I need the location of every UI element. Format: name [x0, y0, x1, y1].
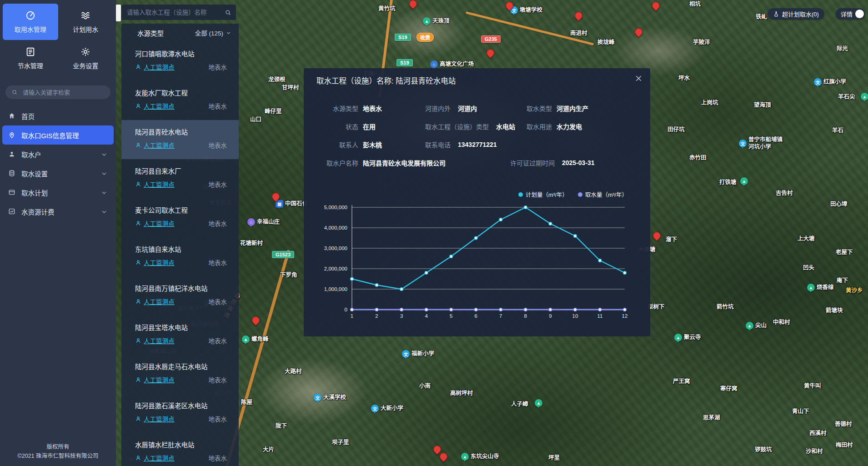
home-icon	[8, 112, 15, 120]
map-poi[interactable]: ▲东坑尖山寺	[461, 453, 499, 461]
red-map-pin-icon[interactable]	[651, 230, 662, 241]
red-map-pin-icon[interactable]	[573, 10, 584, 21]
map-poi[interactable]: ⌂高塘文化广场	[430, 60, 474, 68]
map-label: 羊石尖	[838, 94, 855, 101]
sidebar-item-4[interactable]: 取水设置	[0, 164, 116, 183]
sidebar-item-6[interactable]: 水资源计费	[0, 202, 116, 221]
sidebar-item-3[interactable]: 取水户	[0, 145, 116, 164]
toggle-knob[interactable]	[855, 10, 864, 18]
map-poi-label: 大溪学校	[323, 394, 346, 401]
monitor-point-link[interactable]: 人工监测点	[144, 101, 175, 110]
module-1[interactable]: 取用水管理	[3, 4, 58, 40]
station-list-item[interactable]: 陆河县宝塔水电站人工监测点地表水	[121, 316, 239, 355]
field-label: 许可证过期时间	[500, 158, 555, 167]
legend-item[interactable]: 取水量（m³/年）	[578, 190, 627, 199]
red-map-pin-icon[interactable]	[485, 47, 496, 58]
map-poi[interactable]: 文墩塘学校	[510, 6, 542, 14]
map-poi[interactable]: ▲聚云寺	[674, 334, 701, 341]
map-poi[interactable]: ▲烧香缐	[807, 284, 834, 291]
chart-plot-area: 01,000,0002,000,0003,000,0004,000,0005,0…	[313, 202, 632, 327]
red-map-pin-icon[interactable]	[407, 0, 418, 10]
map-poi-label: 普宁市船埔镇 河坑小学	[748, 136, 783, 150]
map-label: 打铁塘	[719, 179, 737, 186]
monitor-point-link[interactable]: 人工监测点	[144, 180, 175, 189]
red-map-pin-icon[interactable]	[438, 451, 449, 462]
sidebar-item-5[interactable]: 取水计划	[0, 183, 116, 202]
over-plan-intake-button[interactable]: 超计划取水(0)	[768, 8, 824, 20]
monitor-point-link[interactable]: 人工监测点	[144, 336, 175, 345]
sidebar-menu: 首页取水口GIS信息管理取水户取水设置取水计划水资源计费	[0, 106, 116, 221]
field-value: 地表水	[363, 104, 382, 113]
map-poi-label: 螺角峰	[251, 336, 269, 343]
monitor-point-link[interactable]: 人工监测点	[144, 453, 175, 462]
monitor-point-link[interactable]: 人工监测点	[144, 140, 175, 150]
person-icon	[135, 337, 141, 344]
map-poi[interactable]: 文红旗小学	[814, 78, 846, 86]
map-poi[interactable]: 文福新小学	[402, 350, 434, 358]
map-poi[interactable]: ▲	[740, 177, 748, 185]
station-name: 水唇镇水栏肚水电站	[135, 440, 227, 449]
station-list-item[interactable]: 陆河县自来水厂人工监测点地表水	[121, 159, 239, 198]
sidebar-search-input[interactable]	[22, 89, 105, 96]
map-poi[interactable]: 文大新小学	[371, 405, 403, 412]
monitor-point-link[interactable]: 人工监测点	[144, 375, 175, 384]
source-type-filter: 水源类型 全部 (125)	[121, 24, 239, 42]
map-poi[interactable]: 文普宁市船埔镇 河坑小学	[739, 136, 783, 150]
station-list-item[interactable]: 河口镇唱歌潭水电站人工监测点地表水	[121, 42, 239, 81]
station-search[interactable]	[121, 5, 236, 20]
map-poi[interactable]: ▥中国石化	[276, 200, 308, 208]
sidebar-search[interactable]	[5, 85, 110, 99]
map-poi[interactable]: ▲	[861, 93, 868, 100]
field-row: 状态在用取水工程（设施）类型水电站取水用途水力发电	[318, 117, 641, 135]
person-icon	[135, 376, 141, 383]
module-2[interactable]: 计划用水	[58, 4, 114, 40]
close-icon[interactable]	[634, 74, 643, 83]
mountain-icon: ▲	[807, 284, 815, 291]
field-value: 河道内生产	[557, 104, 588, 113]
module-4[interactable]: 业务设置	[58, 40, 114, 76]
station-list-item[interactable]: 陆河县激石溪老区水电站人工监测点地表水	[121, 394, 239, 433]
red-map-pin-icon[interactable]	[633, 26, 644, 37]
monitor-point-link[interactable]: 人工监测点	[144, 414, 175, 423]
map-label: 箭塘块	[826, 307, 843, 315]
monitor-point-link[interactable]: 人工监测点	[144, 62, 175, 71]
detail-toggle[interactable]: 详情	[836, 8, 865, 20]
water-source-type: 地表水	[209, 414, 227, 423]
map-poi[interactable]: ▲	[535, 399, 542, 407]
map-poi[interactable]: 文大溪学校	[314, 394, 346, 401]
monitor-point-link[interactable]: 人工监测点	[144, 219, 175, 228]
station-list-item[interactable]: 友能水厂取水工程人工监测点地表水	[121, 81, 239, 120]
map-poi[interactable]: ▲天珠顶	[423, 17, 450, 25]
red-map-pin-icon[interactable]	[250, 315, 261, 326]
red-map-pin-icon[interactable]	[650, 0, 661, 11]
station-list-item[interactable]: 陆河县南万镇杞洋水电站人工监测点地表水	[121, 276, 239, 316]
map-label: 黄竹坑	[378, 5, 396, 13]
module-3[interactable]: 节水管理	[3, 40, 58, 76]
station-list-item[interactable]: 水唇镇水栏肚水电站人工监测点地表水	[121, 433, 239, 466]
monitor-point-link[interactable]: 人工监测点	[144, 258, 175, 267]
chart-icon	[8, 208, 15, 215]
sidebar-item-2[interactable]: 取水口GIS信息管理	[2, 125, 114, 145]
map-label: 青山下	[792, 408, 809, 416]
station-name: 陆河县水唇走马石水电站	[135, 361, 227, 371]
map-label: 溜下	[666, 236, 677, 244]
station-list-item[interactable]: 麦卡公司取水工程人工监测点地表水	[121, 198, 239, 237]
map-poi[interactable]: ▲尖山	[746, 322, 767, 330]
svg-text:2: 2	[375, 313, 378, 319]
map-label: 黄牛叫	[804, 383, 821, 390]
station-search-input[interactable]	[126, 9, 225, 16]
map-poi[interactable]: ⌂幸福山庄	[247, 218, 280, 226]
map-poi[interactable]: ▲螺角峰	[242, 336, 269, 343]
field-label: 取水类型	[527, 104, 552, 113]
station-list-item[interactable]: 陆河县水唇走马石水电站人工监测点地表水	[121, 355, 239, 394]
field-pair: 取水类型河道内生产	[527, 104, 588, 113]
sidebar-item-1[interactable]: 首页	[0, 106, 116, 125]
svg-text:0: 0	[345, 307, 347, 312]
filter-dropdown[interactable]: 全部 (125)	[195, 28, 231, 37]
legend-item[interactable]: 计划量（m³/年）	[518, 190, 568, 199]
station-list-item[interactable]: 陆河县青砼水电站人工监测点地表水	[121, 120, 239, 159]
chart-legend: 计划量（m³/年）取水量（m³/年）	[518, 190, 627, 199]
monitor-point-link[interactable]: 人工监测点	[144, 297, 175, 306]
station-list-item[interactable]: 东坑镇自来水站人工监测点地表水	[121, 237, 239, 276]
station-meta: 人工监测点地表水	[135, 258, 227, 267]
